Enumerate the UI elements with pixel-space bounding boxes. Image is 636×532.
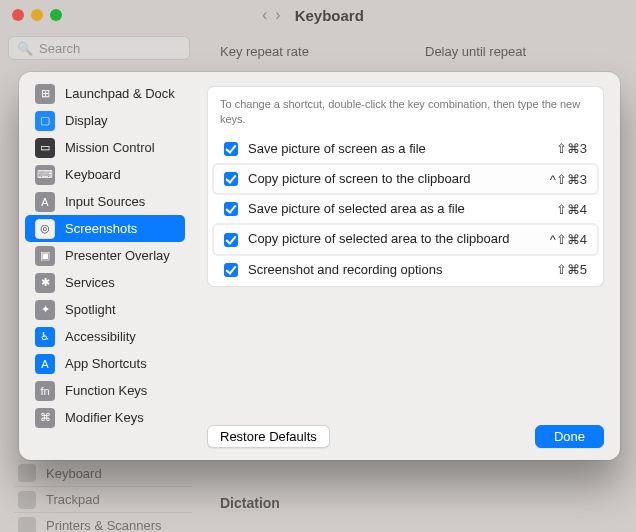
- shortcut-keys[interactable]: ⇧⌘4: [556, 202, 587, 217]
- shortcut-row[interactable]: Save picture of selected area as a file⇧…: [220, 195, 591, 223]
- shortcut-keys[interactable]: ^⇧⌘3: [550, 172, 587, 187]
- shortcut-row[interactable]: Copy picture of selected area to the cli…: [214, 225, 597, 253]
- sidebar-icon: ◎: [35, 219, 55, 239]
- sidebar-icon: fn: [35, 381, 55, 401]
- shortcuts-sidebar: ⊞Launchpad & Dock▢Display▭Mission Contro…: [19, 72, 191, 460]
- shortcut-label: Save picture of screen as a file: [248, 141, 546, 157]
- sidebar-icon: ⊞: [35, 84, 55, 104]
- sidebar-item-label: Accessibility: [65, 329, 136, 344]
- sidebar-item-label: Mission Control: [65, 140, 155, 155]
- done-button[interactable]: Done: [535, 425, 604, 448]
- sidebar-icon: ✱: [35, 273, 55, 293]
- checkbox[interactable]: [224, 172, 238, 186]
- restore-defaults-button[interactable]: Restore Defaults: [207, 425, 330, 448]
- sidebar-item-mission-control[interactable]: ▭Mission Control: [25, 134, 185, 161]
- sidebar-icon: A: [35, 354, 55, 374]
- shortcut-label: Save picture of selected area as a file: [248, 201, 546, 217]
- sidebar-icon: ✦: [35, 300, 55, 320]
- sidebar-icon: ▭: [35, 138, 55, 158]
- sidebar-item-label: Keyboard: [65, 167, 121, 182]
- checkbox[interactable]: [224, 202, 238, 216]
- sidebar-item-screenshots[interactable]: ◎Screenshots: [25, 215, 185, 242]
- shortcut-label: Copy picture of selected area to the cli…: [248, 231, 540, 247]
- sidebar-item-label: Screenshots: [65, 221, 137, 236]
- sidebar-item-label: Launchpad & Dock: [65, 86, 175, 101]
- shortcuts-sheet: ⊞Launchpad & Dock▢Display▭Mission Contro…: [19, 72, 620, 460]
- shortcut-row[interactable]: Screenshot and recording options⇧⌘5: [220, 256, 591, 284]
- sidebar-item-function-keys[interactable]: fnFunction Keys: [25, 377, 185, 404]
- sidebar-item-spotlight[interactable]: ✦Spotlight: [25, 296, 185, 323]
- shortcut-row[interactable]: Copy picture of screen to the clipboard^…: [214, 165, 597, 193]
- sidebar-icon: ♿︎: [35, 327, 55, 347]
- shortcut-keys[interactable]: ^⇧⌘4: [550, 232, 587, 247]
- sidebar-item-label: Input Sources: [65, 194, 145, 209]
- shortcuts-panel: To change a shortcut, double-click the k…: [207, 86, 604, 287]
- sidebar-icon: ▣: [35, 246, 55, 266]
- sidebar-item-keyboard[interactable]: ⌨Keyboard: [25, 161, 185, 188]
- sidebar-icon: ⌨: [35, 165, 55, 185]
- sidebar-item-label: Function Keys: [65, 383, 147, 398]
- sidebar-item-label: Services: [65, 275, 115, 290]
- checkbox[interactable]: [224, 142, 238, 156]
- sidebar-item-label: Presenter Overlay: [65, 248, 170, 263]
- sidebar-item-modifier-keys[interactable]: ⌘Modifier Keys: [25, 404, 185, 431]
- sidebar-item-input-sources[interactable]: AInput Sources: [25, 188, 185, 215]
- sidebar-item-display[interactable]: ▢Display: [25, 107, 185, 134]
- shortcut-keys[interactable]: ⇧⌘5: [556, 262, 587, 277]
- checkbox[interactable]: [224, 263, 238, 277]
- sidebar-icon: A: [35, 192, 55, 212]
- sidebar-item-label: Display: [65, 113, 108, 128]
- panel-note: To change a shortcut, double-click the k…: [220, 97, 591, 127]
- sidebar-item-services[interactable]: ✱Services: [25, 269, 185, 296]
- sidebar-item-label: Modifier Keys: [65, 410, 144, 425]
- checkbox[interactable]: [224, 233, 238, 247]
- sidebar-item-presenter-overlay[interactable]: ▣Presenter Overlay: [25, 242, 185, 269]
- shortcut-keys[interactable]: ⇧⌘3: [556, 141, 587, 156]
- sidebar-icon: ▢: [35, 111, 55, 131]
- sidebar-item-label: App Shortcuts: [65, 356, 147, 371]
- sidebar-item-label: Spotlight: [65, 302, 116, 317]
- shortcut-label: Copy picture of screen to the clipboard: [248, 171, 540, 187]
- sidebar-item-launchpad-dock[interactable]: ⊞Launchpad & Dock: [25, 80, 185, 107]
- sidebar-item-app-shortcuts[interactable]: AApp Shortcuts: [25, 350, 185, 377]
- sidebar-item-accessibility[interactable]: ♿︎Accessibility: [25, 323, 185, 350]
- shortcut-label: Screenshot and recording options: [248, 262, 546, 278]
- sidebar-icon: ⌘: [35, 408, 55, 428]
- shortcut-row[interactable]: Save picture of screen as a file⇧⌘3: [220, 135, 591, 163]
